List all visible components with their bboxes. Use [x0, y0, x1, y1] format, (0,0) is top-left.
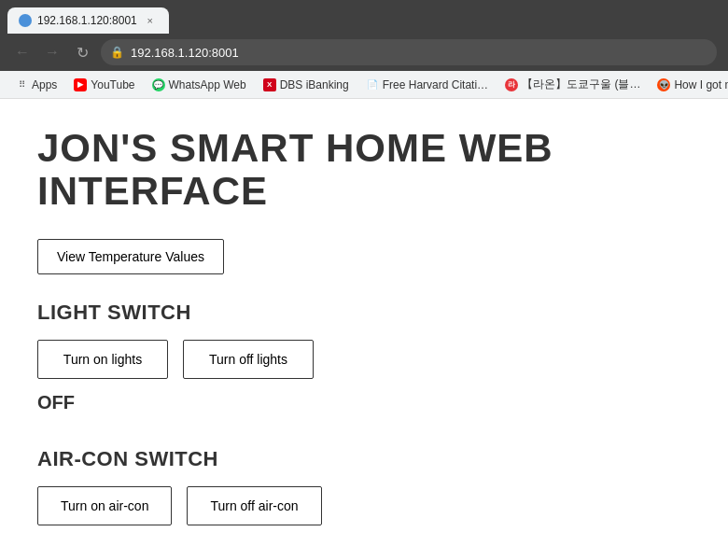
- youtube-icon: ▶: [74, 78, 87, 91]
- bookmarks-bar: ⠿ Apps ▶ YouTube 💬 WhatsApp Web X DBS iB…: [0, 71, 728, 99]
- forward-button[interactable]: →: [41, 41, 63, 63]
- bookmark-apps-label: Apps: [32, 78, 57, 91]
- bookmark-apps[interactable]: ⠿ Apps: [7, 77, 64, 93]
- bookmark-korean-label: 【라온】도쿄구울 (블…: [522, 77, 640, 92]
- bookmark-whatsapp-label: WhatsApp Web: [169, 78, 246, 91]
- turn-on-aircon-button[interactable]: Turn on air-con: [37, 486, 172, 525]
- page-content: JON'S SMART HOME WEB INTERFACE View Temp…: [0, 99, 728, 530]
- korean-icon: 라: [505, 78, 518, 91]
- bookmark-howigot[interactable]: 👽 How I got my Jinha…: [650, 77, 728, 93]
- tab-label: 192.168.1.120:8001: [37, 14, 137, 27]
- bookmark-harvard-label: Free Harvard Citati…: [383, 78, 488, 91]
- harvard-icon: 📄: [366, 78, 379, 91]
- light-switch-title: LIGHT SWITCH: [37, 301, 691, 325]
- url-input[interactable]: [101, 39, 717, 65]
- bookmark-korean[interactable]: 라 【라온】도쿄구울 (블…: [497, 75, 648, 94]
- aircon-switch-button-row: Turn on air-con Turn off air-con: [37, 486, 691, 525]
- url-wrapper: 🔒: [101, 39, 717, 65]
- back-button[interactable]: ←: [11, 41, 34, 63]
- turn-on-lights-button[interactable]: Turn on lights: [37, 340, 168, 379]
- apps-icon: ⠿: [15, 78, 28, 91]
- light-status: OFF: [37, 392, 691, 413]
- refresh-button[interactable]: ↻: [71, 41, 93, 63]
- bookmark-dbs[interactable]: X DBS iBanking: [256, 77, 357, 93]
- dbs-icon: X: [263, 78, 276, 91]
- bookmark-youtube-label: YouTube: [91, 78, 134, 91]
- light-switch-section: LIGHT SWITCH Turn on lights Turn off lig…: [37, 301, 691, 413]
- bookmark-harvard[interactable]: 📄 Free Harvard Citati…: [358, 77, 496, 93]
- browser-chrome: 192.168.1.120:8001 × ← → ↻ 🔒 ⠿ Apps ▶ Yo…: [0, 0, 728, 99]
- address-bar: ← → ↻ 🔒: [0, 34, 728, 71]
- aircon-switch-title: AIR-CON SWITCH: [37, 447, 691, 471]
- page-title: JON'S SMART HOME WEB INTERFACE: [37, 127, 691, 213]
- reddit-icon: 👽: [657, 78, 670, 91]
- tab-favicon: [19, 14, 32, 27]
- light-switch-button-row: Turn on lights Turn off lights: [37, 340, 691, 379]
- tab-bar: 192.168.1.120:8001 ×: [0, 0, 728, 34]
- view-temperature-button[interactable]: View Temperature Values: [37, 239, 224, 274]
- lock-icon: 🔒: [110, 46, 124, 59]
- bookmark-youtube[interactable]: ▶ YouTube: [66, 77, 142, 93]
- aircon-switch-section: AIR-CON SWITCH Turn on air-con Turn off …: [37, 447, 691, 530]
- bookmark-howigot-label: How I got my Jinha…: [674, 78, 728, 91]
- turn-off-aircon-button[interactable]: Turn off air-con: [187, 486, 321, 525]
- whatsapp-icon: 💬: [152, 78, 165, 91]
- turn-off-lights-button[interactable]: Turn off lights: [183, 340, 314, 379]
- tab-close-button[interactable]: ×: [143, 13, 158, 28]
- active-tab[interactable]: 192.168.1.120:8001 ×: [7, 7, 169, 34]
- bookmark-whatsapp[interactable]: 💬 WhatsApp Web: [145, 77, 254, 93]
- bookmark-dbs-label: DBS iBanking: [280, 78, 349, 91]
